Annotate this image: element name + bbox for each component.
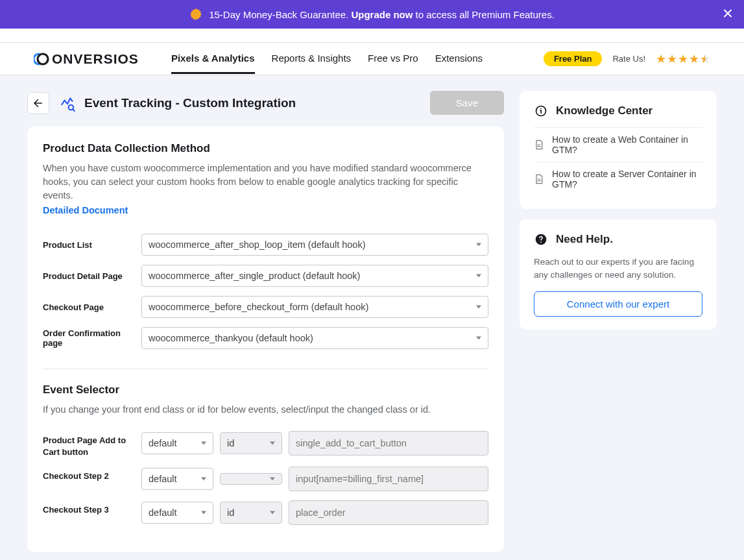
add-to-cart-mode-select[interactable]: default (141, 432, 213, 454)
product-detail-label: Product Detail Page (43, 271, 141, 281)
help-icon (534, 232, 548, 247)
checkout-step2-mode-select[interactable]: default (141, 468, 213, 490)
checkout-page-label: Checkout Page (43, 302, 141, 312)
top-spacer (0, 29, 744, 43)
star-icon: ★ (689, 52, 699, 66)
logo[interactable]: ONVERSIOS (34, 51, 139, 67)
checkout-step3-mode-select[interactable]: default (141, 502, 213, 524)
help-title: Need Help. (556, 233, 613, 246)
rate-us-label: Rate Us! (612, 54, 645, 64)
need-help-card: Need Help. Reach out to our experts if y… (520, 219, 717, 330)
add-to-cart-label: Product Page Add to Cart button (43, 431, 134, 457)
guarantee-badge-icon (189, 8, 202, 21)
knowledge-center-card: Knowledge Center How to create a Web Con… (520, 91, 717, 209)
checkout-step3-label: Checkout Step 3 (43, 500, 134, 516)
checkout-step3-type-select[interactable]: id (220, 502, 282, 524)
plan-badge[interactable]: Free Plan (544, 51, 603, 66)
page-title: Event Tracking - Custom Integration (84, 96, 296, 110)
star-icon: ★ (667, 52, 677, 66)
analytics-icon (60, 95, 77, 112)
checkout-step2-value-input[interactable] (289, 467, 488, 491)
add-to-cart-type-select[interactable]: id (220, 432, 282, 454)
detailed-document-link[interactable]: Detailed Document (43, 205, 488, 215)
checkout-step2-type-select[interactable] (220, 473, 282, 485)
nav-tab-freevspro[interactable]: Free vs Pro (368, 43, 418, 74)
nav-tabs: Pixels & Analytics Reports & Insights Fr… (171, 43, 483, 75)
back-button[interactable] (27, 92, 49, 114)
product-list-label: Product List (43, 240, 141, 250)
product-list-select[interactable]: woocommerce_after_shop_loop_item (defaul… (141, 234, 488, 256)
kc-item-web-container[interactable]: How to create a Web Container in GTM? (534, 127, 702, 162)
order-confirm-select[interactable]: woocommerce_thankyou (default hook) (141, 327, 488, 349)
kc-title: Knowledge Center (556, 104, 653, 117)
checkout-page-select[interactable]: woocommerce_before_checkout_form (defaul… (141, 296, 488, 318)
kc-item-server-container[interactable]: How to create a Server Container in GTM? (534, 162, 702, 196)
help-description: Reach out to our experts if you are faci… (534, 256, 702, 281)
rating-stars[interactable]: ★ ★ ★ ★ ★ ★ (656, 52, 710, 66)
connect-expert-button[interactable]: Connect with our expert (534, 291, 702, 317)
svg-point-3 (540, 241, 542, 243)
add-to-cart-value-input[interactable] (289, 431, 488, 456)
nav-tab-reports[interactable]: Reports & Insights (272, 43, 352, 74)
star-half-icon: ★ ★ (700, 52, 710, 66)
promo-text: 15-Day Money-Back Guarantee. Upgrade now… (209, 9, 555, 20)
es-title: Event Selector (43, 383, 488, 396)
nav-tab-extensions[interactable]: Extensions (435, 43, 483, 74)
es-description: If you change your front end class or id… (43, 403, 488, 417)
save-button[interactable]: Save (430, 91, 504, 115)
pdc-title: Product Data Collection Method (43, 142, 488, 155)
divider (43, 369, 488, 369)
order-confirm-label: Order Confirmation page (43, 328, 141, 348)
checkout-step2-label: Checkout Step 2 (43, 467, 134, 482)
nav-tab-pixels[interactable]: Pixels & Analytics (171, 43, 255, 74)
star-icon: ★ (656, 52, 666, 66)
navbar: ONVERSIOS Pixels & Analytics Reports & I… (0, 43, 744, 75)
promo-banner: 15-Day Money-Back Guarantee. Upgrade now… (0, 0, 744, 29)
star-icon: ★ (678, 52, 688, 66)
settings-card: Product Data Collection Method When you … (27, 127, 504, 552)
checkout-step3-value-input[interactable] (289, 500, 488, 525)
info-icon (534, 104, 548, 118)
product-detail-select[interactable]: woocommerce_after_single_product (defaul… (141, 265, 488, 287)
close-icon[interactable] (723, 8, 732, 21)
document-icon (534, 140, 544, 150)
document-icon (534, 174, 544, 184)
pdc-description: When you have custom woocommerce impleme… (43, 162, 488, 202)
